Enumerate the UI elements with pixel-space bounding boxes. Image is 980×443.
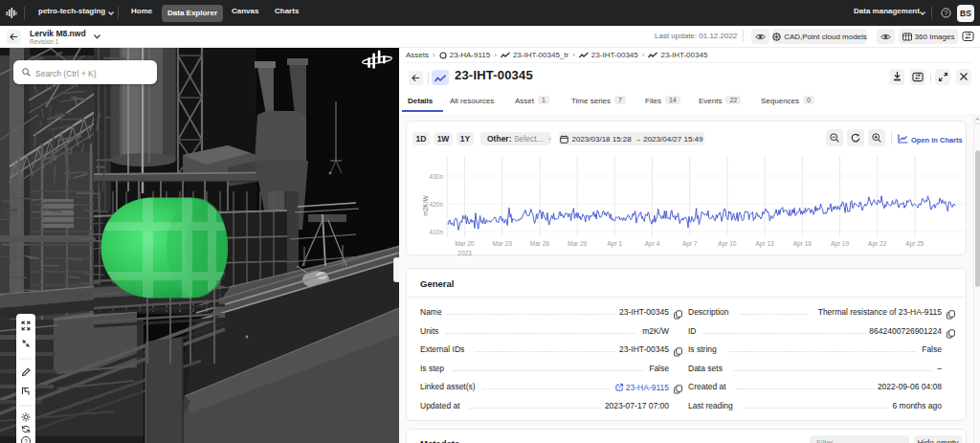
- svg-text:Apr 22: Apr 22: [868, 240, 887, 248]
- svg-text:m2K/W: m2K/W: [422, 194, 429, 215]
- svg-text:Mar 26: Mar 26: [530, 240, 550, 247]
- svg-text:2023: 2023: [457, 250, 472, 256]
- svg-text:Mar 29: Mar 29: [568, 240, 588, 247]
- svg-text:Apr 1: Apr 1: [608, 240, 623, 248]
- svg-text:410n: 410n: [430, 229, 444, 235]
- svg-text:Apr 4: Apr 4: [645, 240, 660, 248]
- svg-text:Apr 13: Apr 13: [756, 240, 775, 248]
- svg-text:Apr 7: Apr 7: [682, 240, 698, 248]
- svg-text:Apr 10: Apr 10: [718, 240, 737, 248]
- svg-text:Mar 23: Mar 23: [493, 240, 513, 247]
- svg-text:Apr 19: Apr 19: [831, 240, 850, 248]
- svg-text:Mar 20: Mar 20: [455, 240, 475, 247]
- svg-text:420n: 420n: [430, 201, 444, 208]
- svg-text:Apr 16: Apr 16: [793, 240, 813, 248]
- svg-text:?: ?: [945, 10, 948, 16]
- svg-text:430n: 430n: [430, 173, 444, 180]
- svg-text:Apr 25: Apr 25: [905, 240, 924, 248]
- svg-text:?: ?: [24, 438, 28, 443]
